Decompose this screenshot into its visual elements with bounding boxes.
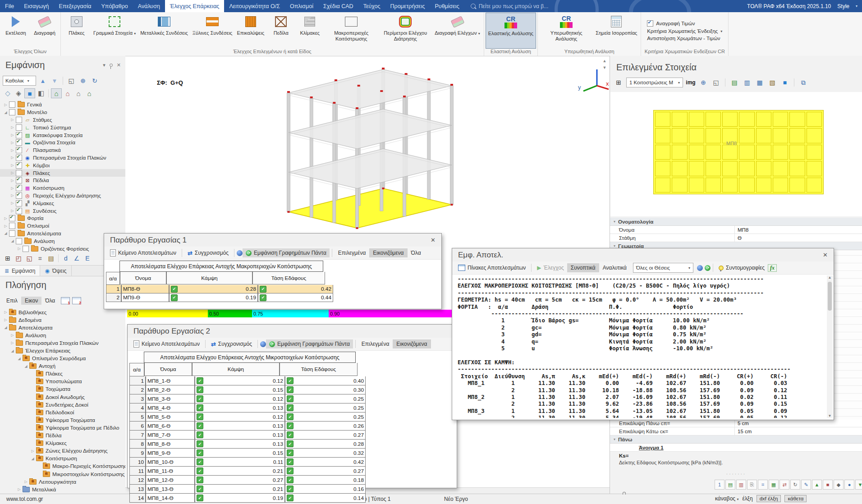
display-tree-item-2[interactable]: ▷▱Στάθμες [0,116,125,124]
chevron-down-icon[interactable]: ▾ [856,4,857,8]
expander-icon[interactable]: ▷ [3,318,9,322]
checkbox[interactable] [16,200,22,206]
display-tree-item-15[interactable]: ▷Φορτία [0,215,125,222]
ribbon-button-0-0[interactable]: Εκτέλεση [1,13,30,49]
nav-tree-item-18[interactable]: ▷Ζώνες Ελέγχου Διάτρησης [0,447,125,455]
table-1-icon[interactable] [61,297,70,304]
section-naming[interactable]: ▾Ονοματολογία [610,218,862,226]
close-icon[interactable]: ✕ [117,62,121,68]
snap-toggle[interactable]: έλξη [742,495,752,502]
panel-tool-icon-13[interactable]: ▼ [855,480,862,490]
display-tree-item-14[interactable]: ▷▤Συνδέσεις [0,207,125,215]
copy-view-icon[interactable]: ⧉ [798,78,808,87]
ribbon-button-3-0[interactable]: CRΥπερωθητικής Ανάλυσης [539,13,593,49]
expander-icon[interactable]: ▷ [9,163,15,167]
nav-tree-item-21[interactable]: Μικροστοιχείων Κοιτόστρωσης [0,470,125,478]
display-tree-item-3[interactable]: ▷∟Τοπικό Σύστημα [0,124,125,131]
nav-tree-item-0[interactable]: ▷Βιβλιοθήκες [0,308,125,316]
panel-tool-icon-4[interactable]: ⌗ [758,480,768,490]
checkbox[interactable] [9,215,15,221]
tab-analytic[interactable]: Αναλυτικά [599,263,630,272]
checkbox[interactable] [9,109,15,115]
nav-tree-item-4[interactable]: ▷Πεπερασμένα Στοιχεία Πλακών [0,339,125,347]
selection-type-dropdown[interactable]: 1 Κοιτοστρώσεις Μ▾ [626,78,683,87]
menu-item-9[interactable]: Τεύχος [358,0,385,12]
table-row[interactable]: 5ΜΠ8_5-Θ✔0.12✔0.25 [129,412,366,422]
expander-icon[interactable]: ▷ [30,449,36,453]
nav-tree-item-16[interactable]: Πέδιλα [0,432,125,440]
property-row[interactable]: ΣτάθμηΘ [610,234,862,242]
positions-dropdown[interactable]: Όλες οι Θέσεις▾ [633,263,693,273]
nav-tree-item-12[interactable]: Συνδετήριες Δοκοί [0,401,125,408]
select-window-icon[interactable]: ◰ [14,254,23,263]
result-tables-button[interactable]: Πίνακες Αποτελεσμάτων [455,263,529,272]
table-row[interactable]: 2ΜΠ9-Θ✔0.19✔0.44 [106,293,333,302]
checkbox[interactable] [16,162,22,169]
ribbon-button-1-4[interactable]: Επικαλύψεις [234,13,266,49]
window-title-bar[interactable]: Παράθυρο Εργασίας 1 ✕ [104,234,441,247]
expander-icon[interactable]: ▷ [9,186,15,190]
expander-icon[interactable]: ◢ [3,110,9,115]
nav-tree-item-15[interactable]: Υψίκορμα Τοιχώματα με Πέδιλο [0,424,125,431]
status-url[interactable]: www.tol.com.gr [6,496,43,502]
checkbox[interactable] [9,230,15,237]
viewport-scrollbar[interactable]: ▲▼ [601,58,608,71]
search-box[interactable]: Πείτε μου πως μπορώ να β... [471,0,549,12]
display-tree-item-11[interactable]: ▷▦Κοιτόστρωση [0,184,125,192]
nav-tree-item-9[interactable]: Υποστυλώματα [0,378,125,385]
nav-tree-item-14[interactable]: Υψίκορμα Τοιχώματα [0,416,125,424]
ribbon-button-1-5[interactable]: Πεδίλα [266,13,295,49]
expander-icon[interactable]: ▷ [3,310,9,314]
nav-tree-item-20[interactable]: Μακρο-Περιοχές Κοιτόστρωσης [0,463,125,470]
nav-tree-item-13[interactable]: Πεδιλοδοκοί [0,408,125,416]
select-polygon-icon[interactable]: ◱ [24,254,34,263]
zoom-window-icon[interactable]: ◱ [711,78,721,87]
angle-icon[interactable]: ∠ [72,254,82,263]
filter-tab-Όλα[interactable]: Όλα [408,248,425,257]
pin-icon[interactable] [110,64,113,67]
checkbox[interactable] [16,155,22,161]
checkbox[interactable] [16,238,22,244]
expander-icon[interactable]: ▷ [9,201,15,205]
nav-tree-item-22[interactable]: ▷Λειτουργικότητα [0,478,125,486]
expander-icon[interactable]: ▷ [9,209,15,213]
select-element-icon[interactable]: ⊞ [614,78,624,87]
render-dark-icon[interactable]: ⌂ [84,89,94,98]
panel-tool-icon-6[interactable]: ⇄ [779,480,789,490]
ribbon-button-1-6[interactable]: Κλίμακες [295,13,324,49]
grid-toggle[interactable]: κάναβος ▾ [715,495,738,502]
style-menu[interactable]: Style [837,3,849,9]
sync-button[interactable]: ⇄Συγχρονισμός [184,248,232,258]
display-tree-item-9[interactable]: ▷◈Πλάκες [0,169,125,177]
expander-icon[interactable]: ▷ [9,148,15,152]
panel-tool-icon-11[interactable]: ◆ [834,480,844,490]
checkbox[interactable] [16,177,22,183]
expander-icon[interactable]: ▷ [23,480,29,484]
display-tree-item-10[interactable]: ▷⊠Πέδιλα [0,177,125,184]
filter-tab-Επιλεγμένα[interactable]: Επιλεγμένα [335,248,370,257]
section-cube-icon[interactable]: ◧ [36,89,46,98]
table-row[interactable]: 2ΜΠ8_2-Θ✔0.15✔0.30 [129,385,366,394]
menu-item-7[interactable]: Οπλισμοί [285,0,318,12]
property-row[interactable]: Επικάλυψη Πάνω cπ=5 cm [610,419,862,427]
expander-icon[interactable]: ◢ [9,349,15,353]
expander-icon[interactable]: ▷ [3,224,9,228]
expander-icon[interactable]: ▷ [9,333,15,337]
display-tree-item-12[interactable]: ▷◎Περιοχές Ελέγχου Διάτρησης [0,192,125,200]
table-row[interactable]: 11ΜΠ8_11-Θ✔0.21✔0.27 [129,467,366,476]
render-grey-icon[interactable]: ⌂ [73,89,83,98]
values-checkbox[interactable]: Αναγραφή Τιμών [647,20,722,27]
panel-tool-icon-9[interactable]: ▲ [812,480,822,490]
nav-tree-item-2[interactable]: ◢Αποτελέσματα [0,324,125,331]
filter-tab-Εικονιζόμενα[interactable]: Εικονιζόμενα [393,339,431,348]
panel-tool-icon-0[interactable]: 1 [715,480,724,490]
expander-icon[interactable]: ▷ [9,141,15,145]
display-tree-item-13[interactable]: ▷▞Κλίμακες [0,199,125,207]
display-tree-item-16[interactable]: ▷Οπλισμοί [0,222,125,230]
menu-item-10[interactable]: Προμετρήσεις [385,0,430,12]
zoom-extents-icon[interactable]: ⊕ [78,76,88,85]
ribbon-button-1-9[interactable]: Διαγραφή Ελέγχων ▾ [432,13,482,49]
table-row[interactable]: 6ΜΠ8_6-Θ✔0.13✔0.26 [129,422,366,431]
expander-icon[interactable]: ▷ [16,247,22,251]
expander-icon[interactable]: ▷ [9,125,15,129]
